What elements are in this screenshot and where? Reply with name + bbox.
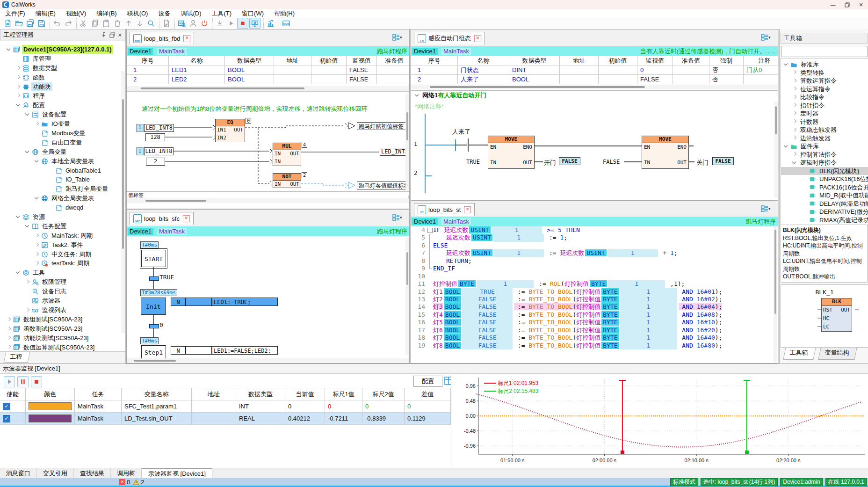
column-header[interactable]: 准备值: [673, 56, 709, 65]
table-row[interactable]: 2LED2BOOLFALSE: [127, 75, 409, 84]
expand-icon[interactable]: [35, 233, 39, 238]
scope-pause-button[interactable]: [17, 376, 29, 387]
expand-icon[interactable]: [792, 87, 797, 91]
restore-button[interactable]: [840, 0, 854, 9]
operand-box[interactable]: LED_INT8: [380, 148, 409, 156]
fbd-canvas-hscroll[interactable]: [127, 198, 409, 203]
tree-item[interactable]: 位运算指令: [781, 85, 868, 94]
move-down-icon[interactable]: [135, 18, 145, 29]
tree-item[interactable]: 函数测试[SC950A-23]: [0, 324, 125, 334]
expand-icon[interactable]: [35, 122, 39, 126]
copy-icon[interactable]: [90, 18, 100, 29]
tree-item[interactable]: 控制算法指令: [781, 151, 868, 159]
scope-signal-row[interactable]: ✓MainTaskSFC_Test1.param1INT0000: [0, 400, 451, 413]
fbd-eq-block[interactable]: EQ IN1 OUT IN2: [215, 119, 245, 142]
st-code-line[interactable]: 17灯6BOOLFALSE := BYTE_TO_BOOL(灯控制值BYTE1 …: [411, 327, 773, 334]
tree-item[interactable]: 逻辑时序指令: [781, 159, 868, 167]
column-header[interactable]: 颜色: [26, 388, 75, 400]
menu-item-2[interactable]: 视图(V): [61, 9, 91, 18]
tree-item[interactable]: 数组测试[SC950A-23]: [0, 315, 125, 324]
ld-output-var[interactable]: 开门: [544, 159, 556, 167]
tree-item[interactable]: 边沿触发器: [781, 134, 868, 143]
cut-icon[interactable]: [79, 18, 89, 29]
compile-icon[interactable]: [161, 18, 172, 29]
collapse-icon[interactable]: [16, 215, 21, 219]
scope-stop-button[interactable]: [31, 376, 42, 387]
project-tab[interactable]: 工程: [4, 352, 30, 363]
tree-item[interactable]: 示波器: [0, 296, 125, 305]
sfc-action-body[interactable]: LED1:=FALSE;LED2:: [212, 346, 278, 355]
fold-marker[interactable]: −: [427, 226, 433, 234]
st-code-line[interactable]: 7延迟次数USINT1 := 延迟次数USINT1 + 1;: [411, 249, 773, 257]
tree-item[interactable]: MID_R(取中值功能块: [781, 191, 868, 200]
new-file-icon[interactable]: [3, 18, 13, 29]
search-icon[interactable]: [146, 18, 156, 29]
table-row[interactable]: 1LED1BOOLFALSE: [127, 65, 409, 75]
expand-icon[interactable]: [792, 70, 797, 75]
fbd-mul-block[interactable]: MUL IN OUT IN: [273, 143, 301, 166]
st-code-line[interactable]: 6ELSE: [411, 242, 773, 249]
menu-item-5[interactable]: 设备: [153, 9, 175, 18]
column-header[interactable]: 标尺1值: [325, 388, 362, 400]
paste-icon[interactable]: [101, 18, 111, 29]
column-header[interactable]: 名称: [458, 56, 509, 65]
device-check-icon[interactable]: [177, 18, 187, 29]
bottom-tab-3[interactable]: 调用树: [111, 468, 142, 479]
tree-item[interactable]: PACK16(16位合并模: [781, 183, 868, 192]
column-header[interactable]: 初始值: [599, 56, 637, 65]
close-tab-icon[interactable]: ✕: [474, 35, 481, 42]
device-chip[interactable]: Device1: [128, 228, 153, 235]
table-row[interactable]: 1门状态DINT0否门从0: [411, 65, 778, 75]
st-code-line[interactable]: 10: [411, 273, 773, 280]
undo-icon[interactable]: [52, 18, 62, 29]
toolbox-tab-0[interactable]: 工具箱: [783, 348, 816, 360]
fbd-canvas-vscroll[interactable]: [405, 94, 409, 190]
tab-loop-bits-st[interactable]: ST loop_bits_st ✕: [414, 203, 475, 216]
st-code-line[interactable]: 8RETURN;: [411, 257, 773, 265]
ld-operand[interactable]: TRUE: [466, 159, 480, 165]
operand-box[interactable]: 2: [146, 158, 165, 166]
fbd-table-hscroll[interactable]: [127, 86, 409, 91]
tree-item[interactable]: 标准库: [781, 60, 868, 69]
expand-icon[interactable]: [792, 136, 797, 140]
sfc-action-body[interactable]: LED1:=TRUE;: [212, 298, 278, 306]
close-tab-icon[interactable]: ✕: [183, 215, 190, 222]
column-header[interactable]: 监视值: [347, 56, 377, 65]
ld-canvas[interactable]: *网络注释* 1 2 人来了 MOVE EN ENO IN OUT TRUE 开…: [411, 100, 778, 201]
tree-item[interactable]: 任务配置: [0, 222, 125, 231]
expand-icon[interactable]: [792, 111, 797, 116]
tree-item[interactable]: VARModbus变量: [0, 129, 125, 138]
column-header[interactable]: 监视值: [637, 56, 673, 65]
collapse-icon[interactable]: [25, 224, 30, 229]
column-header[interactable]: 数据类型: [509, 56, 560, 65]
column-header[interactable]: 地址: [192, 388, 236, 400]
expand-icon[interactable]: [7, 317, 11, 322]
tree-item[interactable]: 功能块测试[SC950A-23]: [0, 334, 125, 343]
stop-icon[interactable]: [237, 18, 248, 29]
fbd-canvas[interactable]: 通过对一个初始值为1的8位的变量进行周期倍增，实现左移，通过跳转实现位移回环 1…: [127, 91, 409, 192]
collapse-icon[interactable]: [35, 159, 39, 164]
menu-item-8[interactable]: 窗口(W): [237, 9, 269, 18]
tree-item[interactable]: 程序: [0, 91, 125, 101]
menu-item-7[interactable]: 工具(T): [206, 9, 237, 18]
collapse-icon[interactable]: [35, 196, 39, 201]
tree-item[interactable]: BLK(闪光模块): [781, 167, 868, 175]
tree-item[interactable]: 类型转换: [781, 69, 868, 77]
jump-label[interactable]: 跑马灯各值赋值标签: [357, 182, 409, 189]
jump-label[interactable]: 跑马灯赋初值标签: [357, 122, 409, 130]
column-header[interactable]: 序号: [411, 56, 458, 65]
sfc-transition[interactable]: [149, 276, 159, 281]
collapse-icon[interactable]: [16, 270, 21, 275]
st-code-line[interactable]: 4−IF 延迟次数USINT1 >= 5 THEN: [411, 226, 773, 234]
ld-operand[interactable]: FALSE: [603, 159, 620, 165]
move-up-icon[interactable]: [123, 18, 134, 29]
task-chip[interactable]: MainTask: [157, 48, 187, 55]
operand-box[interactable]: LED_INT8: [144, 147, 174, 155]
tree-item[interactable]: 比较指令: [781, 93, 868, 102]
sfc-step-start[interactable]: START: [141, 250, 166, 267]
tree-item[interactable]: 设备日志: [0, 287, 125, 296]
column-header[interactable]: 标尺2值: [362, 388, 405, 400]
column-header[interactable]: 使能: [0, 388, 26, 400]
tree-item[interactable]: 监视列表: [0, 305, 125, 315]
close-tab-icon[interactable]: ✕: [183, 35, 190, 42]
